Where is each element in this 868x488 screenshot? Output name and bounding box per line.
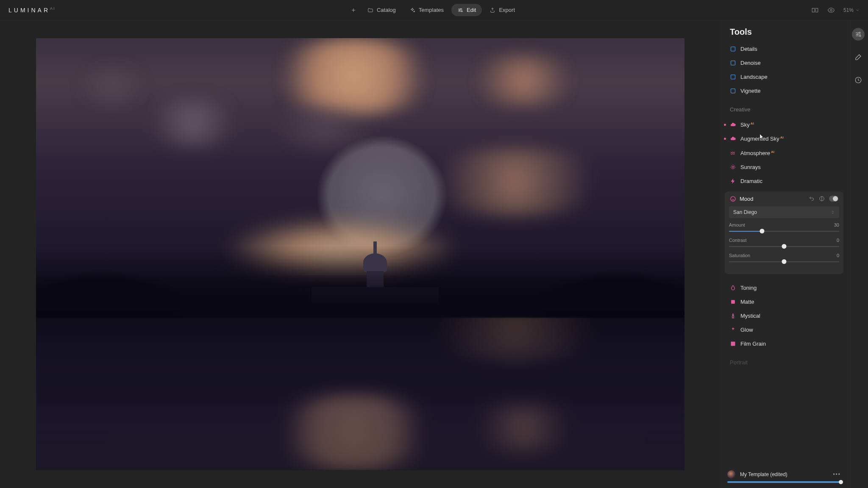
compare-icon[interactable] <box>811 6 819 14</box>
drop-icon <box>730 285 736 291</box>
plus-icon <box>351 7 356 13</box>
square-icon <box>730 88 736 94</box>
tool-landscape[interactable]: Landscape <box>721 70 848 84</box>
sparkle-icon <box>409 7 415 13</box>
bolt-icon <box>730 178 736 184</box>
section-portrait: Portrait <box>721 353 848 368</box>
sliders-icon <box>854 30 862 38</box>
updown-icon <box>831 210 835 214</box>
slider-name: Saturation <box>729 253 750 258</box>
slider-value: 0 <box>837 253 839 258</box>
svg-point-1 <box>459 9 460 10</box>
tool-label: Film Grain <box>740 341 766 347</box>
tool-film-grain[interactable]: Film Grain <box>721 337 848 351</box>
tool-label: AtmosphereAI <box>740 150 774 156</box>
nav-templates[interactable]: Templates <box>403 4 450 16</box>
tool-label: Glow <box>740 327 753 333</box>
slider-contrast[interactable]: Contrast0 <box>729 238 839 250</box>
tool-label: Dramatic <box>740 178 762 184</box>
mood-title: Mood <box>740 196 754 202</box>
rail-history-button[interactable] <box>852 74 865 86</box>
image-canvas[interactable] <box>36 38 684 470</box>
svg-point-17 <box>860 35 861 36</box>
nav-catalog[interactable]: Catalog <box>362 4 402 16</box>
slider-thumb[interactable] <box>782 259 787 264</box>
slider-name: Contrast <box>729 238 747 243</box>
tool-label: Landscape <box>740 74 768 80</box>
cloud-icon <box>730 136 736 142</box>
tool-label: Denoise <box>740 60 761 66</box>
tool-vignette[interactable]: Vignette <box>721 84 848 98</box>
tool-atmosphere[interactable]: AtmosphereAI <box>721 146 848 160</box>
slider-amount[interactable]: Amount30 <box>729 222 839 234</box>
nav-label: Catalog <box>377 7 396 13</box>
square-icon <box>730 46 736 52</box>
nav-export[interactable]: Export <box>484 4 521 16</box>
rail-brush-button[interactable] <box>852 51 865 64</box>
add-button[interactable] <box>347 5 360 16</box>
right-rail <box>848 20 868 488</box>
svg-rect-9 <box>731 89 735 93</box>
svg-point-15 <box>859 32 860 33</box>
nav-edit[interactable]: Edit <box>451 4 482 16</box>
svg-point-16 <box>857 34 858 35</box>
template-more-button[interactable]: ••• <box>833 471 841 477</box>
svg-rect-7 <box>731 61 735 65</box>
visibility-toggle[interactable] <box>829 196 838 202</box>
tool-toning[interactable]: Toning <box>721 281 848 295</box>
slider-name: Amount <box>729 222 745 227</box>
template-name: My Template (edited) <box>740 471 787 477</box>
tool-label: Matte <box>740 299 754 305</box>
tool-denoise[interactable]: Denoise <box>721 56 848 70</box>
undo-icon[interactable] <box>809 196 815 202</box>
nav-label: Export <box>499 7 515 13</box>
edited-dot-icon <box>724 124 726 126</box>
tool-label: Sunrays <box>740 164 761 170</box>
mood-preset-select[interactable]: San Diego <box>729 206 839 218</box>
tool-details[interactable]: Details <box>721 42 848 56</box>
candle-icon <box>730 313 736 319</box>
tool-label: Augmented SkyAI <box>740 136 784 142</box>
svg-point-2 <box>462 11 462 11</box>
tools-panel: Tools DetailsDenoiseLandscapeVignette Cr… <box>721 20 848 488</box>
app-logo: LUMINARAI <box>8 6 56 14</box>
grain-icon <box>730 341 736 347</box>
nav-label: Edit <box>467 7 476 13</box>
sparkle-icon <box>730 327 736 333</box>
eye-icon[interactable] <box>827 6 835 14</box>
template-thumb <box>727 470 736 479</box>
tool-label: SkyAI <box>740 122 754 128</box>
rail-edit-button[interactable] <box>852 28 865 41</box>
sun-icon <box>730 164 736 170</box>
tool-sunrays[interactable]: Sunrays <box>721 160 848 174</box>
tool-glow[interactable]: Glow <box>721 323 848 337</box>
tool-dramatic[interactable]: Dramatic <box>721 174 848 188</box>
tool-augmented-sky[interactable]: Augmented SkyAI <box>721 132 848 146</box>
zoom-dropdown[interactable]: 51% <box>843 7 860 13</box>
tool-sky[interactable]: SkyAI <box>721 118 848 132</box>
template-bar: My Template (edited) ••• <box>727 470 841 483</box>
slider-thumb[interactable] <box>782 244 787 249</box>
square-icon <box>730 60 736 66</box>
template-slider[interactable] <box>727 481 841 483</box>
slider-thumb[interactable] <box>760 229 765 233</box>
mask-icon[interactable] <box>819 196 825 202</box>
tool-label: Toning <box>740 285 757 291</box>
square-icon <box>730 299 736 305</box>
tool-matte[interactable]: Matte <box>721 295 848 309</box>
tool-mystical[interactable]: Mystical <box>721 309 848 323</box>
nav-label: Templates <box>419 7 444 13</box>
svg-rect-8 <box>731 75 735 79</box>
square-icon <box>730 74 736 80</box>
topbar-right: 51% <box>811 6 860 14</box>
svg-point-5 <box>830 9 832 11</box>
logo-ai-suffix: AI <box>50 6 56 11</box>
preset-value: San Diego <box>733 209 757 215</box>
tool-mood-panel: Mood San Diego Amount30Contrast0Saturati… <box>725 191 843 274</box>
tool-label: Mystical <box>740 313 760 319</box>
section-creative: Creative <box>721 100 848 115</box>
svg-rect-13 <box>731 300 735 304</box>
svg-rect-4 <box>815 8 818 12</box>
slider-saturation[interactable]: Saturation0 <box>729 253 839 265</box>
svg-point-11 <box>731 197 735 201</box>
